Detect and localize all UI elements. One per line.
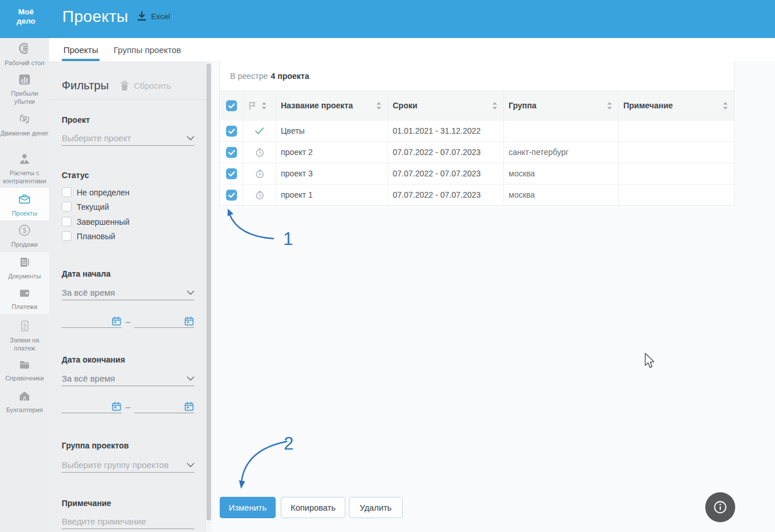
project-name-cell[interactable]: проект 1 <box>276 184 388 205</box>
tab-bar: Проекты Группы проектов <box>49 38 775 61</box>
sort-icon[interactable] <box>492 101 498 110</box>
status-option-finished[interactable]: Завершенный <box>62 217 129 227</box>
end-date-from-input[interactable] <box>62 399 122 413</box>
sort-icon[interactable] <box>376 101 382 110</box>
wallet-icon <box>18 287 31 299</box>
sidebar-item-payment-requests[interactable]: $ Заявки на платеж <box>0 319 49 353</box>
filters-divider <box>49 99 205 100</box>
column-header-dates[interactable]: Сроки <box>393 101 417 110</box>
status-option-label: Не определен <box>77 188 130 197</box>
row-checkbox-checked[interactable] <box>226 126 237 137</box>
table-row[interactable]: проект 2 07.07.2022 - 07.07.2023 санкт-п… <box>220 141 734 163</box>
project-name-cell[interactable]: проект 3 <box>276 163 388 184</box>
status-option-planned[interactable]: Плановый <box>62 231 115 241</box>
row-checkbox-checked[interactable] <box>226 147 237 158</box>
person-icon <box>18 153 31 165</box>
sidebar-item-label: Расчеты с контрагентами <box>0 169 49 186</box>
select-all-checkbox[interactable] <box>226 100 237 111</box>
delete-button[interactable]: Удалить <box>349 497 402 518</box>
tab-projects[interactable]: Проекты <box>63 38 98 61</box>
checkbox-unchecked[interactable] <box>62 187 72 197</box>
app-window: Моё дело Проекты Excel Проекты Группы пр… <box>0 0 775 532</box>
table-row[interactable]: Цветы 01.01.2021 - 31.12.2022 <box>220 120 734 141</box>
status-option-current[interactable]: Текущий <box>62 202 109 212</box>
sort-icon[interactable] <box>261 101 267 110</box>
sidebar-item-sales[interactable]: $ Продажи <box>0 224 49 248</box>
table-row[interactable]: проект 1 07.07.2022 - 07.07.2023 москва <box>220 184 734 205</box>
project-note-cell <box>619 163 734 184</box>
moedelo-logo[interactable]: Моё дело <box>13 7 39 25</box>
note-input-placeholder: Введите примечание <box>62 516 146 526</box>
note-input[interactable]: Введите примечание <box>62 514 194 529</box>
checkmark-icon <box>226 147 237 158</box>
sidebar-item-directories[interactable]: Справочники <box>0 359 49 382</box>
status-filter-label: Статус <box>62 171 89 180</box>
annotation-number-2: 2 <box>284 433 294 454</box>
row-checkbox-checked[interactable] <box>226 190 237 201</box>
moedelo-emblem-icon <box>17 41 32 55</box>
sidebar-item-documents[interactable]: Документы <box>0 256 49 280</box>
checkbox-unchecked[interactable] <box>62 202 72 212</box>
row-checkbox-checked[interactable] <box>226 168 237 179</box>
calendar-icon[interactable] <box>184 401 194 412</box>
page-title: Проекты <box>62 7 128 26</box>
project-name-cell[interactable]: Цветы <box>276 120 388 141</box>
copy-button[interactable]: Копировать <box>281 497 345 518</box>
calendar-icon[interactable] <box>184 316 194 326</box>
help-info-button[interactable] <box>705 492 735 522</box>
sort-icon[interactable] <box>607 101 612 110</box>
info-icon <box>713 500 728 515</box>
summary-count: 4 проекта <box>271 71 310 81</box>
sidebar-item-label: Продажи <box>0 240 49 248</box>
start-date-to-input[interactable] <box>134 314 194 328</box>
sidebar-item-label: Заявки на платеж <box>0 336 49 353</box>
column-header-note[interactable]: Примечание <box>623 101 673 110</box>
excel-label: Excel <box>151 12 170 21</box>
project-select[interactable]: Выберите проект <box>62 131 194 146</box>
chevron-down-icon <box>187 463 194 467</box>
sidebar-item-profit-loss[interactable]: Прибыли убытки <box>0 73 49 106</box>
group-select[interactable]: Выберите группу проектов <box>62 458 194 473</box>
sidebar-item-money-flow[interactable]: Движение денег <box>0 112 49 137</box>
flag-icon[interactable] <box>248 101 257 111</box>
start-date-period-select[interactable]: За всё время <box>62 285 194 300</box>
project-group-cell <box>504 120 619 141</box>
project-note-cell <box>619 142 734 163</box>
checkmark-icon <box>226 126 237 137</box>
sidebar-item-counterparties[interactable]: Расчеты с контрагентами <box>0 153 49 186</box>
date-range-separator: – <box>122 316 134 328</box>
sidebar-item-accounting[interactable]: Бухгалтерия <box>0 390 49 414</box>
active-tab-underline <box>62 59 100 61</box>
calendar-icon[interactable] <box>111 401 122 412</box>
project-dates-cell: 01.01.2021 - 31.12.2022 <box>388 120 504 141</box>
sort-icon[interactable] <box>723 101 728 110</box>
sidebar-item-payments[interactable]: Платежи <box>0 287 49 311</box>
end-date-label: Дата окончания <box>62 355 125 364</box>
chevron-down-icon <box>187 290 194 295</box>
end-date-period-select[interactable]: За всё время <box>62 371 194 386</box>
project-name-cell[interactable]: проект 2 <box>276 142 388 163</box>
sidebar-item-label: Документы <box>0 272 49 280</box>
filter-scrollbar-thumb[interactable] <box>206 63 211 520</box>
table-row[interactable]: проект 3 07.07.2022 - 07.07.2023 москва <box>220 163 734 184</box>
checkbox-unchecked[interactable] <box>62 231 72 241</box>
edit-button[interactable]: Изменить <box>220 497 276 518</box>
calendar-icon[interactable] <box>111 316 122 326</box>
checkbox-unchecked[interactable] <box>62 217 72 227</box>
column-header-name[interactable]: Название проекта <box>281 101 353 110</box>
status-clock-icon <box>254 190 265 201</box>
project-note-cell <box>619 120 734 141</box>
date-range-separator: – <box>122 402 134 413</box>
reset-filters-button[interactable]: Сбросить <box>120 81 171 91</box>
sidebar-item-projects[interactable]: Проекты <box>0 193 49 217</box>
sidebar-item-desktop[interactable]: Рабочий стол <box>0 41 49 67</box>
status-clock-icon <box>254 147 265 158</box>
folder-icon <box>18 359 31 371</box>
export-excel-button[interactable]: Excel <box>137 11 170 22</box>
end-date-to-input[interactable] <box>134 399 194 413</box>
tab-project-groups[interactable]: Группы проектов <box>114 38 181 61</box>
start-date-from-input[interactable] <box>62 314 122 328</box>
status-option-undefined[interactable]: Не определен <box>62 187 130 197</box>
column-header-group[interactable]: Группа <box>509 101 536 110</box>
checkmark-icon <box>226 168 237 179</box>
